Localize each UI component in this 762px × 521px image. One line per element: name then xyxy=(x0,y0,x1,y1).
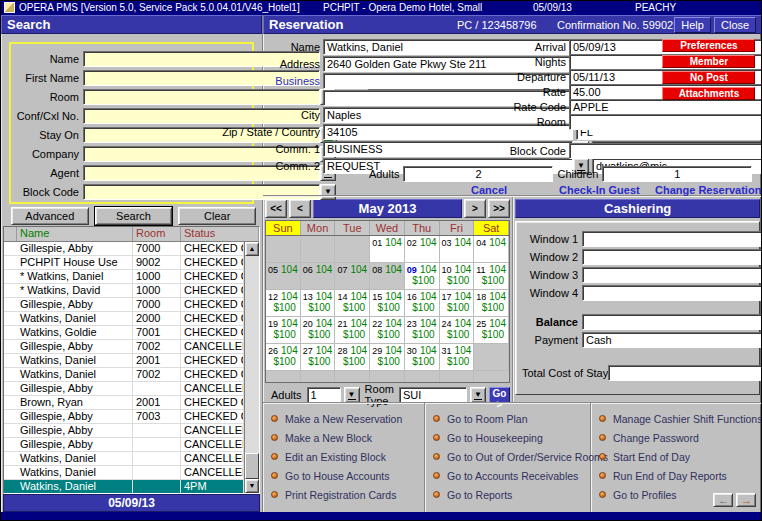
flag-button[interactable]: Member xyxy=(662,55,755,68)
calendar-day-cell[interactable]: 13 104 $100 xyxy=(301,290,336,317)
table-row[interactable]: Watkins, Daniel 2000 CHECKED OUT xyxy=(4,312,244,326)
next-year-button[interactable]: >> xyxy=(488,199,510,218)
table-row[interactable]: Watkins, Daniel 2001 CHECKED OUT xyxy=(4,354,244,368)
clear-button[interactable]: Clear xyxy=(178,207,256,225)
calendar-day-cell[interactable] xyxy=(301,236,336,263)
table-row[interactable]: Watkins, Daniel 4PM xyxy=(4,480,244,493)
table-row[interactable]: * Watkins, Daniel 1000 CHECKED OUT xyxy=(4,270,244,284)
avail-adults-input[interactable] xyxy=(307,387,341,403)
calendar-day-cell[interactable]: 29 104 $100 xyxy=(370,344,405,371)
calendar-day-cell[interactable] xyxy=(474,344,509,371)
business-label[interactable]: Business xyxy=(263,75,323,87)
calendar-day-cell[interactable]: 02 104 xyxy=(405,236,440,263)
menu-item[interactable]: Print Registration Cards xyxy=(271,487,424,502)
menu-item[interactable]: Start End of Day xyxy=(599,449,762,464)
calendar-day-cell[interactable]: 26 104 $100 xyxy=(266,344,301,371)
calendar-day-cell[interactable]: 24 104 $100 xyxy=(440,317,475,344)
menu-item[interactable]: Manage Cashier Shift Functions xyxy=(599,411,762,426)
rate-code-input[interactable] xyxy=(569,99,762,115)
calendar-day-cell[interactable]: 28 104 $100 xyxy=(335,344,370,371)
calendar-day-cell[interactable]: 15 104 $100 xyxy=(370,290,405,317)
calendar-day-cell[interactable]: 09 104 $100 xyxy=(405,263,440,290)
res-room-input[interactable] xyxy=(569,114,762,130)
column-header-name[interactable]: Name xyxy=(17,227,133,241)
calendar-day-cell[interactable]: 08 104 xyxy=(370,263,405,290)
table-row[interactable]: PCHPIT House Use 9002 CHECKED OUT xyxy=(4,256,244,270)
calendar-day-cell[interactable] xyxy=(335,236,370,263)
menu-item[interactable]: Go to Housekeeping xyxy=(433,430,590,445)
calendar-day-cell[interactable] xyxy=(370,371,405,383)
scroll-down-button[interactable]: ▼ xyxy=(245,479,259,493)
window-amount-input[interactable] xyxy=(582,249,762,265)
table-row[interactable]: Gillespie, Abby 7003 CHECKED OUT xyxy=(4,410,244,424)
check-in-guest-link[interactable]: Check-In Guest xyxy=(559,184,640,196)
total-cost-input[interactable] xyxy=(608,365,762,381)
calendar-day-cell[interactable]: 05 104 xyxy=(266,263,301,290)
change-reservation-link[interactable]: Change Reservation xyxy=(655,184,761,196)
prev-month-button[interactable]: < xyxy=(289,199,311,218)
window-amount-input[interactable] xyxy=(582,231,762,247)
calendar-day-cell[interactable] xyxy=(405,371,440,383)
calendar-day-cell[interactable]: 07 104 xyxy=(335,263,370,290)
menu-item[interactable]: Run End of Day Reports xyxy=(599,468,762,483)
cancel-link[interactable]: Cancel xyxy=(471,184,507,196)
table-row[interactable]: Brown, Ryan 2001 CHECKED OUT xyxy=(4,396,244,410)
help-button[interactable]: Help xyxy=(674,17,711,33)
table-row[interactable]: Watkins, Daniel CANCELLED xyxy=(4,466,244,480)
calendar-day-cell[interactable]: 31 104 $100 xyxy=(440,344,475,371)
go-button[interactable]: Go > xyxy=(489,387,510,403)
calendar-day-cell[interactable]: 16 104 $100 xyxy=(405,290,440,317)
avail-room-type-dropdown-button[interactable]: ▼ xyxy=(470,387,486,403)
window-amount-input[interactable] xyxy=(582,285,762,301)
balance-input[interactable] xyxy=(582,314,762,330)
calendar-day-cell[interactable]: 14 104 $100 xyxy=(335,290,370,317)
close-button[interactable]: Close xyxy=(714,17,756,33)
table-row[interactable]: Gillespie, Abby 7000 CHECKED OUT xyxy=(4,298,244,312)
table-row[interactable]: Watkins, Daniel 7002 CHECKED OUT xyxy=(4,368,244,382)
flag-button[interactable]: No Post xyxy=(662,71,755,84)
next-month-button[interactable]: > xyxy=(464,199,486,218)
calendar-day-cell[interactable]: 18 104 $100 xyxy=(474,290,509,317)
table-row[interactable]: Gillespie, Abby CANCELLED xyxy=(4,424,244,438)
res-block-code-input[interactable] xyxy=(569,143,762,159)
calendar-day-cell[interactable]: 22 104 $100 xyxy=(370,317,405,344)
back-arrow-button[interactable]: ← xyxy=(713,493,733,507)
menu-item[interactable]: Edit an Existing Block xyxy=(271,449,424,464)
calendar-day-cell[interactable]: 03 104 xyxy=(440,236,475,263)
calendar-day-cell[interactable]: 21 104 $100 xyxy=(335,317,370,344)
calendar-day-cell[interactable]: 20 104 $100 xyxy=(301,317,336,344)
table-row[interactable]: Gillespie, Abby 7002 CANCELLED xyxy=(4,340,244,354)
menu-item[interactable]: Go to Room Plan xyxy=(433,411,590,426)
menu-item[interactable]: Go to Out of Order/Service Rooms xyxy=(433,449,590,464)
menu-item[interactable]: Go to Accounts Receivables xyxy=(433,468,590,483)
search-button[interactable]: Search xyxy=(95,207,173,225)
calendar-day-cell[interactable] xyxy=(266,236,301,263)
advanced-button[interactable]: Advanced xyxy=(11,207,89,225)
children-input[interactable] xyxy=(602,166,752,182)
flag-button[interactable]: Attachments xyxy=(662,87,755,100)
calendar-day-cell[interactable]: 01 104 xyxy=(370,236,405,263)
menu-item[interactable]: Make a New Block xyxy=(271,430,424,445)
menu-item[interactable]: Change Password xyxy=(599,430,762,445)
column-header-status[interactable]: Status xyxy=(181,227,259,241)
calendar-day-cell[interactable]: 25 104 $100 xyxy=(474,317,509,344)
calendar-day-cell[interactable] xyxy=(266,371,301,383)
table-row[interactable]: Watkins, Goldie 7001 CHECKED OUT xyxy=(4,326,244,340)
calendar-day-cell[interactable]: 11 104 $100 xyxy=(474,263,509,290)
calendar-day-cell[interactable]: 30 104 $100 xyxy=(405,344,440,371)
calendar-day-cell[interactable]: 23 104 $100 xyxy=(405,317,440,344)
calendar-day-cell[interactable] xyxy=(301,371,336,383)
window-amount-input[interactable] xyxy=(582,267,762,283)
table-row[interactable]: Watkins, Daniel CANCELLED xyxy=(4,452,244,466)
results-scrollbar[interactable]: ▲ ▼ xyxy=(244,242,259,493)
calendar-day-cell[interactable]: 17 104 $100 xyxy=(440,290,475,317)
calendar-day-cell[interactable]: 19 104 $100 xyxy=(266,317,301,344)
table-row[interactable]: * Watkins, David 1000 CHECKED OUT xyxy=(4,284,244,298)
adults-input[interactable] xyxy=(403,166,553,182)
table-row[interactable]: Gillespie, Abby CANCELLED xyxy=(4,382,244,396)
calendar-day-cell[interactable]: 06 104 xyxy=(301,263,336,290)
table-row[interactable]: Gillespie, Abby 7000 CHECKED OUT xyxy=(4,242,244,256)
avail-room-type-input[interactable] xyxy=(399,387,467,403)
column-header-room[interactable]: Room xyxy=(133,227,181,241)
menu-item[interactable]: Make a New Reservation xyxy=(271,411,424,426)
